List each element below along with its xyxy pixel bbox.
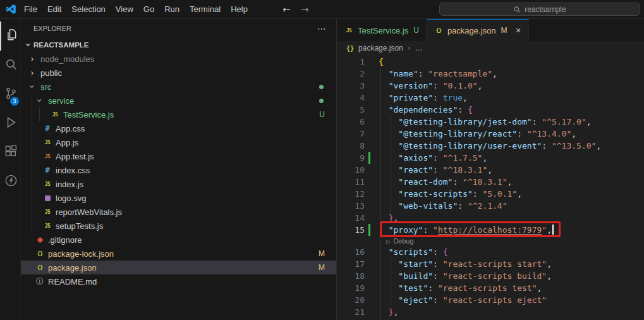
line-number: 8 [337, 140, 365, 152]
menu-terminal[interactable]: Terminal [185, 0, 226, 18]
code-token [379, 295, 398, 305]
tree-item-logo.svg[interactable]: logo.svg [21, 191, 336, 205]
git-status-badge: M [501, 26, 507, 35]
indent-guide [391, 116, 391, 128]
extensions-icon [4, 145, 18, 160]
code-lines[interactable]: 1{2 "name": "reactsample",3 "version": "… [337, 55, 644, 320]
source-control-badge: 3 [10, 97, 19, 106]
code-line-18[interactable]: 18 "build": "react-scripts build", [337, 270, 644, 282]
code-token [379, 271, 398, 281]
code-line-16[interactable]: 16 "scripts": { [337, 246, 644, 258]
code-token: : [433, 81, 443, 90]
chevron-right-icon: › [408, 44, 411, 52]
tree-item-node_modules[interactable]: node_modules [21, 52, 336, 66]
tree-item-README.md[interactable]: ⓘREADME.md [21, 274, 336, 288]
activity-item-thunder-client[interactable] [0, 167, 20, 196]
code-line-12[interactable]: 12 "react-scripts": "5.0.1", [337, 188, 644, 200]
js-file-icon: JS [42, 221, 52, 231]
code-line-21[interactable]: 21 }, [337, 306, 644, 318]
indent-guide [380, 152, 381, 164]
menu-edit[interactable]: Edit [42, 0, 66, 18]
breadcrumb[interactable]: {} package.json › … [337, 41, 644, 55]
tree-item-reportWebVitals.js[interactable]: JSreportWebVitals.js [21, 205, 336, 219]
code-token: { [468, 105, 473, 114]
gutter-spacer [368, 176, 370, 188]
menu-file[interactable]: File [19, 0, 42, 18]
tree-indent-guide [32, 121, 32, 135]
command-center[interactable]: reactsample [439, 3, 640, 16]
tree-item-service[interactable]: service [21, 94, 336, 108]
tree-item-package-lock.json[interactable]: {}package-lock.jsonM [21, 247, 336, 261]
codelens-row[interactable]: ▷Debug [337, 236, 644, 246]
line-number: 15 [337, 224, 365, 236]
tree-item-App.test.js[interactable]: JSApp.test.js [21, 149, 336, 163]
indent-guide [380, 258, 381, 270]
menu-run[interactable]: Run [159, 0, 185, 18]
gutter-spacer [368, 140, 370, 152]
more-actions-icon[interactable]: ⋯ [317, 23, 326, 34]
back-arrow-icon[interactable]: ← [283, 0, 291, 19]
gutter-spacer [368, 116, 370, 128]
activity-item-source-control[interactable]: 3 [0, 80, 20, 109]
line-content: "private": true, [379, 92, 468, 104]
code-line-4[interactable]: 4 "private": true, [337, 92, 644, 104]
code-line-7[interactable]: 7 "@testing-library/react": "^13.4.0", [337, 128, 644, 140]
tree-item-App.css[interactable]: #App.css [21, 121, 336, 135]
code-line-11[interactable]: 11 "react-dom": "^18.3.1", [337, 176, 644, 188]
gutter-spacer [368, 104, 370, 116]
tree-item-index.js[interactable]: JSindex.js [21, 177, 336, 191]
git-modified-dot [319, 85, 324, 89]
code-token: : [433, 165, 443, 175]
tab-TestService.js[interactable]: JSTestService.jsU [337, 19, 427, 41]
editor-area: JSTestService.jsU{}package.jsonM✕ {} pac… [337, 19, 644, 320]
codelens-debug-action[interactable]: ▷Debug [379, 236, 414, 247]
menu-selection[interactable]: Selection [66, 0, 110, 18]
code-line-20[interactable]: 20 "eject": "react-scripts eject" [337, 294, 644, 306]
tree-item-public[interactable]: public [21, 66, 336, 80]
code-line-3[interactable]: 3 "version": "0.1.0", [337, 80, 644, 92]
code-line-2[interactable]: 2 "name": "reactsample", [337, 68, 644, 80]
code-line-13[interactable]: 13 "web-vitals": "^2.1.4" [337, 200, 644, 212]
activity-item-search[interactable] [0, 51, 20, 80]
code-line-9[interactable]: 9 "axios": "^1.7.5", [337, 152, 644, 164]
code-line-1[interactable]: 1{ [337, 56, 644, 68]
activity-item-extensions[interactable] [0, 138, 20, 167]
code-line-14[interactable]: 14 }, [337, 212, 644, 224]
activity-item-run-debug[interactable] [0, 109, 20, 138]
tree-item-App.js[interactable]: JSApp.js [21, 135, 336, 149]
sidebar-header: EXPLORER ⋯ [21, 19, 336, 38]
project-section-header[interactable]: REACTSAMPLE [21, 38, 336, 52]
menu-help[interactable]: Help [226, 0, 253, 18]
code-token [379, 129, 398, 138]
file-tree: node_modulespublicsrcserviceJSTestServic… [21, 52, 336, 320]
code-line-15[interactable]: 15 "proxy": "http://localhost:7979", [337, 224, 644, 236]
tree-item-TestService.js[interactable]: JSTestService.jsU [21, 108, 336, 121]
line-content: "version": "0.1.0", [379, 80, 482, 92]
tree-item-setupTests.js[interactable]: JSsetupTests.js [21, 219, 336, 233]
code-token: , [547, 259, 552, 269]
activity-item-explorer[interactable] [0, 22, 20, 51]
code-line-17[interactable]: 17 "start": "react-scripts start", [337, 258, 644, 270]
code-token: : [433, 153, 443, 163]
forward-arrow-icon[interactable]: → [301, 0, 309, 19]
code-line-10[interactable]: 10 "react": "^18.3.1", [337, 164, 644, 176]
tab-package.json[interactable]: {}package.jsonM✕ [427, 19, 529, 41]
menu-view[interactable]: View [111, 0, 138, 18]
gutter-spacer [368, 270, 370, 282]
indent-guide [391, 176, 391, 188]
tree-item-src[interactable]: src [21, 80, 336, 94]
indent-guide [391, 282, 391, 294]
tree-item-.gitignore[interactable]: .gitignore [21, 233, 336, 247]
code-line-6[interactable]: 6 "@testing-library/jest-dom": "^5.17.0"… [337, 116, 644, 128]
code-token [379, 117, 398, 126]
code-line-19[interactable]: 19 "test": "react-scripts test", [337, 282, 644, 294]
menu-go[interactable]: Go [138, 0, 159, 18]
tree-item-index.css[interactable]: #index.css [21, 163, 336, 177]
js-file-icon: JS [42, 207, 52, 217]
tree-item-package.json[interactable]: {}package.jsonM [21, 261, 336, 274]
close-icon[interactable]: ✕ [516, 27, 521, 35]
gutter-spacer [368, 306, 370, 318]
code-line-5[interactable]: 5 "dependencies": { [337, 104, 644, 116]
code-line-8[interactable]: 8 "@testing-library/user-event": "^13.5.… [337, 140, 644, 152]
line-number: 5 [337, 104, 365, 116]
